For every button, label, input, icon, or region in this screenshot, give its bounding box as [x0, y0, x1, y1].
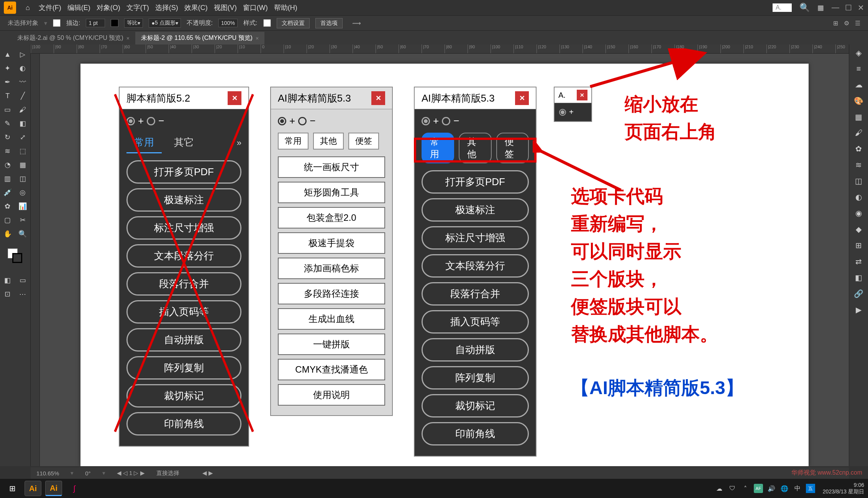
free-transform-tool-icon[interactable]: ⬚ — [15, 144, 31, 158]
swatches-panel-icon[interactable]: ▦ — [855, 112, 862, 122]
artboard-nav[interactable]: ◀ ◁ 1 ▷ ▶ — [117, 470, 145, 477]
btn-page-number[interactable]: 插入页码等 — [126, 300, 241, 324]
menu-text[interactable]: 文字(T) — [126, 3, 149, 12]
preferences-button[interactable]: 首选项 — [315, 18, 343, 28]
home-icon[interactable]: ⌂ — [26, 4, 30, 12]
rotation-value[interactable]: 0° — [85, 470, 90, 477]
btn-open-pdf[interactable]: 打开多页PDF — [422, 170, 529, 194]
start-button[interactable]: ⊞ — [4, 481, 21, 496]
btn-unify-artboard[interactable]: 统一画板尺寸 — [278, 156, 385, 178]
btn-para-merge[interactable]: 段落行合并 — [422, 282, 529, 306]
radio-icon[interactable] — [298, 117, 307, 125]
symbol-tool-icon[interactable]: ✿ — [0, 199, 15, 213]
panels-icon[interactable]: ☰ — [855, 20, 860, 27]
stroke-panel-icon[interactable]: ≋ — [855, 160, 862, 169]
stroke-swatch[interactable] — [111, 19, 118, 27]
btn-color-swatch[interactable]: 添加画稿色标 — [278, 258, 385, 279]
btn-dim-enhance[interactable]: 标注尺寸增强 — [422, 226, 529, 250]
radio-selected-icon[interactable] — [278, 117, 286, 125]
type-tool-icon[interactable]: T — [0, 89, 15, 103]
layers-panel-icon[interactable]: ≡ — [857, 64, 861, 73]
btn-prepress-corners[interactable]: 印前角线 — [126, 412, 241, 436]
search-icon[interactable]: 🔍 — [799, 3, 810, 13]
menu-file[interactable]: 文件(F) — [39, 3, 61, 12]
btn-dim-enhance[interactable]: 标注尺寸增强 — [126, 216, 241, 240]
tray-network-icon[interactable]: 🌐 — [780, 484, 789, 493]
btn-para-split[interactable]: 文本段落分行 — [126, 244, 241, 268]
direct-select-tool-icon[interactable]: ▷ — [15, 48, 31, 61]
btn-path-connect[interactable]: 多段路径连接 — [278, 283, 385, 304]
menu-edit[interactable]: 编辑(E) — [67, 3, 90, 12]
actions-panel-icon[interactable]: ▶ — [856, 305, 861, 314]
radio-selected-icon[interactable] — [559, 109, 566, 116]
color-mode-icon[interactable]: ◧ — [0, 273, 15, 287]
perspective-tool-icon[interactable]: ▦ — [15, 158, 31, 172]
graph-tool-icon[interactable]: 📊 — [15, 199, 31, 213]
tray-shield-icon[interactable]: 🛡 — [728, 484, 737, 493]
style-swatch[interactable] — [263, 19, 271, 27]
tray-ime-zh-icon[interactable]: 中 — [793, 484, 802, 493]
align-icon[interactable]: ⊞ — [833, 20, 838, 27]
curvature-tool-icon[interactable]: 〰 — [15, 75, 31, 89]
brush-dropdown[interactable]: ● 5 点圆形 ▾ — [149, 18, 180, 28]
btn-auto-impose[interactable]: 自动拼版 — [126, 328, 241, 352]
line-tool-icon[interactable]: ╱ — [15, 89, 31, 103]
menu-effect[interactable]: 效果(C) — [184, 3, 208, 12]
doc-tab-1[interactable]: 未标题-2.ai @ 50 % (CMYK/CPU 预览)× — [11, 32, 135, 44]
radio-icon[interactable] — [442, 117, 450, 125]
align-panel-icon[interactable]: ⊞ — [855, 241, 862, 250]
top-search-value[interactable]: A. — [773, 3, 792, 12]
opacity-input[interactable]: 100% — [218, 19, 238, 27]
rotate-tool-icon[interactable]: ↻ — [0, 130, 15, 144]
screen-mode-icon[interactable]: ▭ — [15, 273, 31, 287]
btn-para-split[interactable]: 文本段落分行 — [422, 254, 529, 278]
edit-toolbar-icon[interactable]: ⋯ — [15, 287, 31, 301]
profile-dropdown[interactable]: 等比 ▾ — [124, 18, 143, 28]
arrange-docs-icon[interactable]: ▦ — [817, 3, 824, 12]
appearance-panel-icon[interactable]: ◉ — [855, 209, 862, 218]
btn-crop-marks[interactable]: 裁切标记 — [126, 384, 241, 408]
taskbar-ai-2[interactable]: Ai — [45, 481, 62, 496]
tab-other[interactable]: 其他 — [313, 133, 344, 150]
tab-close-icon[interactable]: × — [126, 35, 130, 41]
btn-rect-corner[interactable]: 矩形圆角工具 — [278, 182, 385, 203]
wand-tool-icon[interactable]: ✦ — [0, 61, 15, 75]
radio-selected-icon[interactable] — [126, 117, 135, 125]
eyedropper-tool-icon[interactable]: 💉 — [0, 186, 15, 199]
tray-chevron-up-icon[interactable]: ˄ — [741, 484, 750, 493]
mesh-tool-icon[interactable]: ▥ — [0, 172, 15, 186]
zoom-tool-icon[interactable]: 🔍 — [15, 227, 31, 241]
links-panel-icon[interactable]: 🔗 — [854, 289, 863, 298]
graphic-styles-panel-icon[interactable]: ◆ — [856, 225, 861, 234]
btn-handbag[interactable]: 极速手提袋 — [278, 232, 385, 254]
taskbar-app-3[interactable]: ∫ — [66, 481, 83, 496]
tab-close-icon[interactable]: × — [256, 35, 259, 41]
libraries-panel-icon[interactable]: ☁ — [855, 80, 863, 89]
btn-crop-marks[interactable]: 裁切标记 — [422, 394, 529, 417]
btn-instructions[interactable]: 使用说明 — [278, 384, 385, 406]
radio-icon[interactable] — [147, 117, 155, 125]
btn-speed-annotate[interactable]: 极速标注 — [126, 188, 241, 212]
width-tool-icon[interactable]: ≋ — [0, 144, 15, 158]
close-icon[interactable]: ✕ — [228, 91, 241, 105]
close-icon[interactable]: ✕ — [858, 3, 864, 12]
tray-volume-icon[interactable]: 🔊 — [767, 484, 776, 493]
properties-panel-icon[interactable]: ◈ — [856, 48, 861, 58]
menu-object[interactable]: 对象(O) — [97, 3, 120, 12]
minimize-icon[interactable]: — — [832, 3, 839, 12]
shaper-tool-icon[interactable]: ✎ — [0, 117, 15, 130]
artboard-tool-icon[interactable]: ▢ — [0, 213, 15, 227]
btn-open-pdf[interactable]: 打开多页PDF — [126, 160, 241, 184]
tray-ime-mode-icon[interactable]: 五 — [806, 484, 815, 493]
radio-selected-icon[interactable] — [422, 117, 430, 125]
btn-prepress-corners[interactable]: 印前角线 — [422, 422, 529, 445]
stroke-width-input[interactable]: 1 pt — [86, 19, 105, 27]
canvas[interactable]: |100|90|80|70|60|50|40|30|20|100|10|20|3… — [31, 44, 849, 466]
btn-auto-impose[interactable]: 自动拼版 — [422, 338, 529, 362]
tab-common[interactable]: 常用 — [278, 133, 308, 150]
btn-package-box[interactable]: 包装盒型2.0 — [278, 207, 385, 228]
tray-onedrive-icon[interactable]: ☁ — [715, 484, 724, 493]
tab-notes[interactable]: 便签 — [348, 133, 379, 150]
close-icon[interactable]: ✕ — [577, 90, 587, 100]
close-icon[interactable]: ✕ — [515, 91, 529, 105]
